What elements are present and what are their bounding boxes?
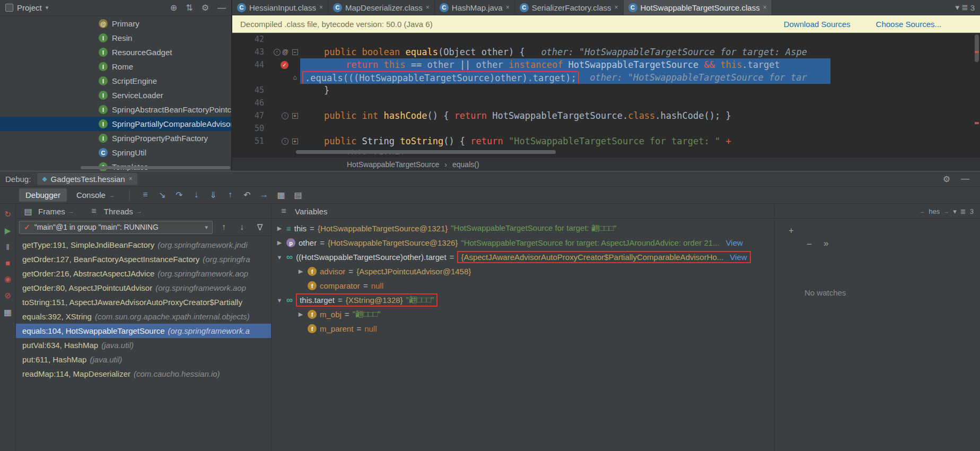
stack-frame[interactable]: toString:151, AspectJAwareAdvisorAutoPro… <box>16 295 271 309</box>
variable-row[interactable]: ▼∞((HotSwappableTargetSource)other).targ… <box>272 250 774 264</box>
editor-tab[interactable]: CSerializerFactory.class× <box>515 0 624 15</box>
variable-row[interactable]: ▶pother={HotSwappableTargetSource@1326}"… <box>272 236 774 250</box>
error-stripe-mark[interactable] <box>975 122 979 124</box>
tab-debugger[interactable]: Debugger <box>19 188 67 202</box>
variable-row[interactable]: fcomparator=null <box>272 279 774 293</box>
code-line[interactable]: 50 <box>232 122 974 135</box>
code-line[interactable]: 46 <box>232 97 974 109</box>
stack-frame[interactable]: getType:191, SimpleJndiBeanFactory(org.s… <box>16 238 271 252</box>
debug-session-tab[interactable]: ◆ GadgetsTest.hessian × <box>37 173 137 185</box>
hidden-menu-icon[interactable]: ≣ <box>960 207 966 215</box>
layout-settings-icon[interactable]: ▤ <box>291 190 305 200</box>
variable-row[interactable]: fm_parent=null <box>272 322 774 336</box>
fold-box-icon[interactable]: − <box>292 49 298 55</box>
breadcrumb-method[interactable]: equals() <box>452 160 479 169</box>
close-tab-icon[interactable]: × <box>319 4 323 11</box>
close-tab-icon[interactable]: × <box>615 4 618 11</box>
force-step-into-icon[interactable]: ⇓ <box>206 190 220 200</box>
code-line[interactable]: 45 } <box>232 84 974 97</box>
tree-item[interactable]: IServiceLoader <box>0 88 231 102</box>
code-line[interactable]: ⌂.equals(((HotSwappableTargetSource)othe… <box>232 71 974 84</box>
editor-horizontal-scrollbar[interactable] <box>296 150 556 154</box>
hide-icon[interactable]: — <box>217 3 226 13</box>
fold-marker-icon[interactable]: − <box>290 46 300 58</box>
fold-box-icon[interactable]: + <box>292 138 298 144</box>
down-icon[interactable]: ↓ <box>235 222 249 232</box>
tree-item[interactable]: @Primary <box>0 16 231 31</box>
tab-console[interactable]: Console → <box>70 188 121 202</box>
show-execution-point-icon[interactable]: ↘ <box>155 190 169 200</box>
override-marker-icon[interactable]: ↑ <box>282 138 288 145</box>
stack-frame[interactable]: putVal:634, HashMap(java.util) <box>16 338 271 352</box>
tree-item[interactable]: ISpringPartiallyComparableAdvisorH <box>0 117 231 131</box>
scroll-from-source-icon[interactable]: ⊕ <box>170 3 177 13</box>
evaluate-expression-icon[interactable]: ▦ <box>1 307 15 317</box>
close-icon[interactable]: × <box>129 175 133 183</box>
fold-marker-icon[interactable]: + <box>290 135 300 148</box>
tree-item[interactable]: IRome <box>0 59 231 74</box>
hide-icon[interactable]: — <box>961 174 969 184</box>
code-editor[interactable]: 4243↑@− public boolean equals(Object oth… <box>232 33 974 154</box>
variable-row[interactable]: ▶fm_obj="翽□□□" <box>272 307 774 322</box>
resume-icon[interactable]: ▶ <box>3 226 13 236</box>
tab-frames[interactable]: ▤ Frames → <box>21 206 74 216</box>
thread-selector[interactable]: ✓ "main"@1 in group "main": RUNNING ▾ <box>19 221 213 234</box>
tree-item[interactable]: IScriptEngine <box>0 74 231 88</box>
tab-threads[interactable]: ≡ Threads → <box>87 206 142 216</box>
error-stripe-mark[interactable] <box>975 51 979 53</box>
code-line[interactable]: 47↑+ public int hashCode() { return HotS… <box>232 109 974 122</box>
fold-marker-icon[interactable]: + <box>290 109 300 122</box>
expander-icon[interactable]: ▼ <box>276 254 283 261</box>
stack-frame[interactable]: getOrder:216, AbstractAspectJAdvice(org.… <box>16 266 271 281</box>
settings-icon[interactable]: ⚙ <box>202 3 209 13</box>
expander-icon[interactable]: ▶ <box>276 239 283 246</box>
run-to-cursor-icon[interactable]: → <box>257 190 271 200</box>
variable-row[interactable]: ▶≡this={HotSwappableTargetSource@1321}"H… <box>272 221 774 236</box>
editor-tab[interactable]: CMapDeserializer.class× <box>328 0 435 15</box>
close-tab-icon[interactable]: × <box>506 4 510 11</box>
restore-layout-icon[interactable]: ≡ <box>138 190 152 200</box>
fold-marker-icon[interactable]: ⌂ <box>290 71 300 84</box>
caret-down-icon[interactable]: ▾ <box>953 207 957 215</box>
tree-item[interactable]: CSpringUtil <box>0 145 231 160</box>
stop-icon[interactable]: ■ <box>3 258 13 267</box>
view-breakpoints-icon[interactable]: ◉ <box>3 274 13 284</box>
download-sources-link[interactable]: Download Sources <box>784 20 851 29</box>
breadcrumb-class[interactable]: HotSwappableTargetSource <box>347 160 439 169</box>
code-line[interactable]: 43↑@− public boolean equals(Object other… <box>232 46 974 58</box>
add-watch-icon[interactable]: + <box>789 226 794 236</box>
step-out-icon[interactable]: ↑ <box>223 190 237 200</box>
collapse-all-icon[interactable]: ⇅ <box>186 3 192 13</box>
step-over-icon[interactable]: ↷ <box>172 190 186 200</box>
expander-icon[interactable]: ▼ <box>276 297 283 303</box>
editor-tab[interactable]: CHashMap.java× <box>435 0 515 15</box>
evaluate-expression-icon[interactable]: ▦ <box>274 190 288 200</box>
tree-item[interactable]: ISpringAbstractBeanFactoryPointcut <box>0 102 231 117</box>
choose-sources-link[interactable]: Choose Sources... <box>876 20 941 29</box>
rerun-icon[interactable]: ↻ <box>3 210 13 219</box>
tree-item[interactable]: IResourceGadget <box>0 45 231 59</box>
remove-watch-icon[interactable]: − <box>807 239 812 250</box>
variable-row[interactable]: ▼∞this.target={XString@1328}"翽□□□" <box>272 293 774 307</box>
expander-icon[interactable]: ▶ <box>297 311 304 318</box>
more-icon[interactable]: » <box>824 238 828 249</box>
stack-frame[interactable]: equals:104, HotSwappableTargetSource(org… <box>16 324 271 338</box>
step-into-icon[interactable]: ↓ <box>189 190 203 200</box>
tree-item[interactable]: ISpringPropertyPathFactory <box>0 131 231 145</box>
stack-frame[interactable]: put:611, HashMap(java.util) <box>16 352 271 367</box>
fold-box-icon[interactable]: + <box>292 113 298 119</box>
tree-item[interactable]: IResin <box>0 31 231 45</box>
code-line[interactable]: 42 <box>232 33 974 46</box>
editor-tab[interactable]: CHotSwappableTargetSource.class× <box>624 0 772 15</box>
close-tab-icon[interactable]: × <box>763 4 767 11</box>
drop-frame-icon[interactable]: ↶ <box>240 190 254 200</box>
override-marker-icon[interactable]: ↑ <box>282 112 288 119</box>
code-line[interactable]: 44✓ return this == other || other instan… <box>232 58 974 71</box>
up-icon[interactable]: ↑ <box>217 222 231 232</box>
tree-horizontal-scrollbar[interactable] <box>81 166 230 169</box>
chevron-down-icon[interactable]: ▾ <box>46 4 49 11</box>
caret-down-icon[interactable]: ▾ <box>956 3 960 12</box>
filter-icon[interactable]: ∇ <box>253 222 267 232</box>
close-tab-icon[interactable]: × <box>426 4 430 11</box>
editor-tab[interactable]: CHessianInput.class× <box>232 0 328 15</box>
